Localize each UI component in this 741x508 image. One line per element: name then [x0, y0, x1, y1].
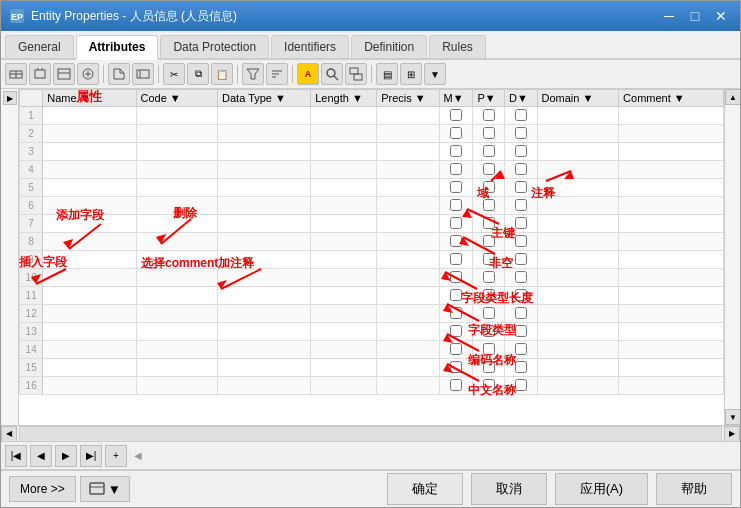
col-d[interactable]: D▼	[505, 90, 537, 107]
row-checkbox[interactable]	[450, 145, 462, 157]
row-checkbox[interactable]	[483, 217, 495, 229]
table-cell[interactable]	[311, 287, 377, 305]
toolbar-btn-5[interactable]	[108, 63, 130, 85]
table-cell[interactable]	[311, 215, 377, 233]
checkbox-cell[interactable]	[505, 377, 537, 395]
row-checkbox[interactable]	[483, 181, 495, 193]
table-cell[interactable]	[537, 179, 619, 197]
checkbox-cell[interactable]	[473, 107, 505, 125]
row-checkbox[interactable]	[483, 343, 495, 355]
table-cell[interactable]	[136, 125, 218, 143]
scroll-track[interactable]	[725, 105, 740, 409]
checkbox-cell[interactable]	[473, 179, 505, 197]
table-cell[interactable]	[377, 377, 439, 395]
checkbox-cell[interactable]	[439, 233, 473, 251]
table-cell[interactable]	[43, 143, 136, 161]
table-cell[interactable]	[43, 341, 136, 359]
bottom-scroll[interactable]: ◀ ▶	[1, 425, 740, 441]
row-checkbox[interactable]	[483, 289, 495, 301]
table-cell[interactable]	[311, 305, 377, 323]
table-cell[interactable]	[43, 269, 136, 287]
cancel-button[interactable]: 取消	[471, 473, 547, 505]
row-checkbox[interactable]	[515, 289, 527, 301]
table-cell[interactable]	[218, 305, 311, 323]
row-checkbox[interactable]	[450, 289, 462, 301]
table-row[interactable]: 12	[20, 305, 724, 323]
row-checkbox[interactable]	[515, 163, 527, 175]
table-cell[interactable]	[537, 305, 619, 323]
table-cell[interactable]	[136, 179, 218, 197]
row-checkbox[interactable]	[515, 235, 527, 247]
h-scroll-track[interactable]	[19, 426, 722, 442]
table-cell[interactable]	[537, 107, 619, 125]
table-cell[interactable]	[218, 251, 311, 269]
toolbar-btn-dropdown[interactable]: ▼	[424, 63, 446, 85]
checkbox-cell[interactable]	[439, 197, 473, 215]
toolbar-btn-6[interactable]	[132, 63, 154, 85]
table-cell[interactable]	[311, 179, 377, 197]
row-checkbox[interactable]	[450, 163, 462, 175]
row-checkbox[interactable]	[515, 199, 527, 211]
checkbox-cell[interactable]	[505, 341, 537, 359]
table-cell[interactable]	[377, 287, 439, 305]
row-checkbox[interactable]	[515, 325, 527, 337]
row-checkbox[interactable]	[515, 379, 527, 391]
table-row[interactable]: 2	[20, 125, 724, 143]
table-row[interactable]: 11	[20, 287, 724, 305]
table-cell[interactable]	[619, 377, 724, 395]
table-cell[interactable]	[311, 161, 377, 179]
tab-rules[interactable]: Rules	[429, 35, 486, 58]
row-checkbox[interactable]	[483, 325, 495, 337]
checkbox-cell[interactable]	[473, 161, 505, 179]
close-button[interactable]: ✕	[710, 5, 732, 27]
table-cell[interactable]	[136, 287, 218, 305]
table-cell[interactable]	[311, 125, 377, 143]
table-cell[interactable]	[311, 269, 377, 287]
row-checkbox[interactable]	[515, 343, 527, 355]
table-cell[interactable]	[136, 377, 218, 395]
table-row[interactable]: 6	[20, 197, 724, 215]
table-cell[interactable]	[311, 323, 377, 341]
table-cell[interactable]	[537, 287, 619, 305]
toolbar-btn-cut[interactable]: ✂	[163, 63, 185, 85]
table-cell[interactable]	[377, 233, 439, 251]
table-cell[interactable]	[619, 269, 724, 287]
row-checkbox[interactable]	[450, 325, 462, 337]
checkbox-cell[interactable]	[439, 269, 473, 287]
table-row[interactable]: 7	[20, 215, 724, 233]
table-cell[interactable]	[311, 107, 377, 125]
checkbox-cell[interactable]	[505, 125, 537, 143]
table-cell[interactable]	[377, 251, 439, 269]
table-cell[interactable]	[136, 233, 218, 251]
table-cell[interactable]	[311, 233, 377, 251]
row-checkbox[interactable]	[515, 253, 527, 265]
tab-attributes[interactable]: Attributes	[76, 35, 159, 60]
checkbox-cell[interactable]	[439, 287, 473, 305]
checkbox-cell[interactable]	[439, 323, 473, 341]
row-checkbox[interactable]	[483, 253, 495, 265]
table-cell[interactable]	[43, 287, 136, 305]
footer-icon-dropdown[interactable]: ▼	[108, 482, 121, 497]
col-code[interactable]: Code ▼	[136, 90, 218, 107]
toolbar-btn-extra2[interactable]: ⊞	[400, 63, 422, 85]
checkbox-cell[interactable]	[505, 305, 537, 323]
apply-button[interactable]: 应用(A)	[555, 473, 648, 505]
checkbox-cell[interactable]	[473, 143, 505, 161]
row-checkbox[interactable]	[483, 379, 495, 391]
scroll-right[interactable]: ▲ ▼	[724, 89, 740, 425]
toolbar-btn-replace[interactable]	[345, 63, 367, 85]
table-cell[interactable]	[136, 323, 218, 341]
row-checkbox[interactable]	[515, 217, 527, 229]
checkbox-cell[interactable]	[473, 269, 505, 287]
row-checkbox[interactable]	[515, 271, 527, 283]
table-cell[interactable]	[136, 197, 218, 215]
row-checkbox[interactable]	[515, 145, 527, 157]
table-cell[interactable]	[43, 359, 136, 377]
col-p[interactable]: P▼	[473, 90, 505, 107]
row-checkbox[interactable]	[450, 361, 462, 373]
checkbox-cell[interactable]	[473, 323, 505, 341]
minimize-button[interactable]: ─	[658, 5, 680, 27]
table-cell[interactable]	[619, 161, 724, 179]
row-checkbox[interactable]	[483, 361, 495, 373]
table-cell[interactable]	[377, 305, 439, 323]
